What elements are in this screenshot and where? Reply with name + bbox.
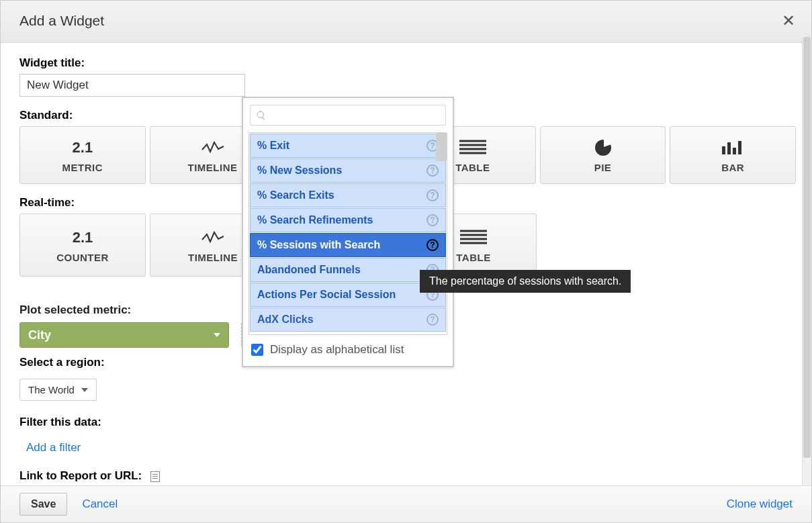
alpha-list-label: Display as alphabetical list: [270, 343, 404, 356]
timeline-icon: [201, 138, 224, 158]
link-report-label: Link to Report or URL:: [19, 469, 142, 482]
widget-title-input[interactable]: [19, 74, 245, 97]
svg-rect-11: [738, 141, 741, 154]
chevron-down-icon: [214, 333, 220, 337]
help-icon[interactable]: ?: [426, 189, 439, 201]
dialog-footer: Save Cancel Clone widget: [1, 485, 811, 522]
save-button[interactable]: Save: [19, 493, 67, 516]
document-icon: [150, 471, 160, 482]
metric-search-input[interactable]: [272, 109, 440, 121]
metric-number-icon: 2.1: [73, 138, 93, 158]
type-bar[interactable]: BAR: [670, 126, 796, 184]
type-pie[interactable]: PIE: [540, 126, 666, 184]
bar-icon: [721, 138, 744, 158]
svg-rect-8: [722, 146, 725, 154]
counter-number-icon: 2.1: [73, 228, 93, 248]
close-icon[interactable]: ✕: [776, 9, 801, 33]
clone-widget-link[interactable]: Clone widget: [727, 497, 793, 511]
region-select[interactable]: The World: [19, 379, 97, 401]
add-filter-link[interactable]: Add a filter: [26, 441, 81, 455]
widget-title-label: Widget title:: [19, 56, 793, 70]
type-counter[interactable]: 2.1 COUNTER: [19, 213, 146, 277]
add-widget-dialog: Add a Widget ✕ Widget title: Standard: 2…: [0, 0, 812, 523]
metric-option[interactable]: Actions Per Social Session?: [250, 283, 446, 307]
metric-list: % Exit? % New Sessions? % Search Exits? …: [249, 132, 447, 335]
region-value: The World: [28, 384, 75, 395]
page-scrollbar[interactable]: [802, 37, 811, 485]
dialog-header: Add a Widget ✕: [1, 1, 811, 43]
svg-rect-10: [733, 148, 736, 154]
metric-option-selected[interactable]: % Sessions with Search?: [250, 233, 446, 257]
dimension-select[interactable]: City: [19, 322, 229, 348]
cancel-link[interactable]: Cancel: [82, 497, 118, 511]
metric-search[interactable]: [250, 105, 446, 126]
type-metric[interactable]: 2.1 METRIC: [19, 126, 146, 184]
metric-option[interactable]: % New Sessions?: [250, 158, 446, 183]
alpha-list-row: Display as alphabetical list: [246, 335, 450, 363]
help-icon[interactable]: ?: [426, 164, 439, 177]
dialog-title: Add a Widget: [19, 13, 104, 29]
help-icon[interactable]: ?: [426, 214, 439, 226]
scrollbar-thumb[interactable]: [436, 133, 447, 161]
alpha-list-checkbox[interactable]: [251, 344, 263, 356]
scrollbar-thumb[interactable]: [803, 37, 811, 458]
dialog-body: Widget title: Standard: 2.1 METRIC TIMEL…: [1, 43, 811, 485]
chevron-down-icon: [81, 388, 88, 392]
timeline-icon: [201, 228, 224, 248]
link-report-row: Link to Report or URL:: [19, 469, 793, 483]
help-icon[interactable]: ?: [426, 239, 439, 251]
metric-option[interactable]: Abandoned Funnels?: [250, 258, 446, 282]
metric-option[interactable]: % Search Exits?: [250, 183, 446, 207]
help-icon[interactable]: ?: [426, 314, 439, 326]
table-icon: [459, 138, 486, 158]
metric-option[interactable]: AdX Clicks?: [250, 307, 446, 332]
pie-icon: [594, 138, 613, 158]
svg-rect-9: [727, 142, 731, 154]
dimension-value: City: [28, 328, 51, 342]
table-icon: [460, 228, 487, 248]
metric-tooltip: The percentage of sessions with search.: [420, 270, 631, 293]
filter-label: Filter this data:: [19, 416, 793, 429]
metric-option[interactable]: % Exit?: [250, 134, 446, 158]
search-icon: [256, 110, 267, 121]
metric-option[interactable]: % Search Refinements?: [250, 208, 446, 232]
metric-dropdown: % Exit? % New Sessions? % Search Exits? …: [242, 97, 454, 367]
